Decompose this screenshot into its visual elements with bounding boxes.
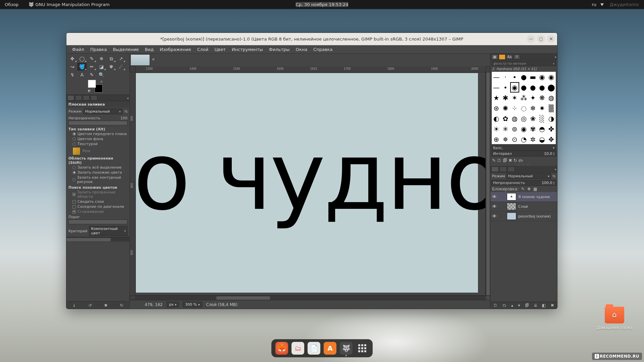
dock-software[interactable]: A	[324, 342, 336, 355]
zoom-tool[interactable]: 🔍	[97, 71, 106, 78]
new-group-icon[interactable]: 🗀	[502, 303, 506, 308]
keyboard-layout-indicator[interactable]: ru	[592, 2, 596, 7]
new-layer-icon[interactable]: 🗋	[493, 303, 497, 308]
radio-fill-similar[interactable]: Залить похожие цвета	[66, 170, 129, 175]
check-diagonal[interactable]: Соседние по диагонали	[66, 204, 129, 209]
delete-layer-icon[interactable]: ✖	[551, 303, 554, 308]
vertical-ruler[interactable]: 300400500	[130, 72, 136, 295]
layer-visibility-icon[interactable]: 👁	[492, 194, 497, 199]
system-menu-icon[interactable]	[600, 3, 604, 6]
menu-windows[interactable]: Окна	[293, 46, 311, 53]
crop-tool[interactable]: ⧉	[107, 55, 116, 62]
menu-edit[interactable]: Правка	[87, 46, 110, 53]
reset-colors-icon[interactable]: ◩	[88, 89, 91, 93]
menu-image[interactable]: Изображение	[157, 46, 194, 53]
radio-fill-fg[interactable]: Цветом переднего плана	[66, 131, 129, 136]
mode-select[interactable]: Нормальный	[84, 109, 122, 114]
lock-pixels-icon[interactable]: ✎	[521, 187, 525, 191]
layer-opacity-row[interactable]: Непрозрачность 100,0 ▴▾	[491, 180, 556, 186]
smudge-tool[interactable]: ☄	[116, 63, 125, 70]
fuzzy-select-tool[interactable]: ✵	[97, 55, 106, 62]
tab-brushes[interactable]: ▦	[491, 54, 498, 60]
canvas-hscrollbar[interactable]	[136, 295, 485, 300]
dup-layer-icon[interactable]: 🗐	[525, 303, 529, 308]
horizontal-ruler[interactable]: 130014001500160016251700180019002000	[136, 66, 485, 72]
tab-tool-options[interactable]	[67, 95, 74, 101]
menu-filters[interactable]: Фильтры	[266, 46, 293, 53]
refresh-brush-icon[interactable]: ↻	[514, 158, 517, 163]
layer-visibility-icon[interactable]: 👁	[492, 214, 497, 219]
dock-libreoffice[interactable]: 📄	[308, 342, 320, 355]
tab-history[interactable]: ⏱	[514, 54, 520, 60]
pattern-swatch[interactable]	[72, 147, 80, 155]
tab-fonts[interactable]: Aa	[506, 54, 513, 60]
lock-position-icon[interactable]: ✥	[527, 187, 531, 191]
tabstrip-menu-icon[interactable]: ◂	[127, 96, 128, 100]
fg-bg-colors[interactable]: ⤭ ◩	[88, 80, 103, 93]
tab-devices[interactable]	[75, 95, 82, 101]
open-brush-icon[interactable]: 🗁	[519, 158, 523, 163]
ellipse-select-tool[interactable]: ◯	[77, 55, 87, 62]
layer-visibility-icon[interactable]: 👁	[492, 204, 497, 209]
brush-filter-input[interactable]: фильтр по меткам	[491, 61, 556, 66]
clone-tool[interactable]: ✾	[107, 63, 116, 70]
radio-fill-whole[interactable]: Залить всё выделение	[66, 165, 129, 170]
fg-color-swatch[interactable]	[88, 80, 96, 88]
tab-patterns[interactable]	[499, 54, 505, 60]
del-brush-icon[interactable]: ✖	[508, 158, 512, 163]
mask-layer-icon[interactable]: ◧	[542, 303, 546, 308]
check-merged[interactable]: Сводить слои	[66, 199, 129, 204]
quick-nav-icon[interactable]: ◳	[485, 295, 490, 300]
activities-button[interactable]: Обзор	[5, 2, 18, 7]
dock-gimp[interactable]: 🐺	[340, 342, 353, 355]
layer-name[interactable]: pesoriboj (копия)	[518, 214, 551, 219]
menu-help[interactable]: Справка	[310, 46, 335, 53]
layer-row[interactable]: 👁 А Я помню чудное	[490, 192, 557, 202]
image-canvas[interactable]: о чудно	[136, 72, 485, 295]
lock-alpha-icon[interactable]: ▦	[533, 187, 537, 191]
window-titlebar[interactable]: *[pesoriboj (копия)] (перезаписано)-1.0 …	[66, 33, 557, 45]
radio-fill-lineart[interactable]: Залить как контурный рисунок	[66, 175, 129, 184]
layer-up-icon[interactable]: ▴	[511, 303, 513, 308]
menu-colors[interactable]: Цвет	[211, 46, 228, 53]
merge-layer-icon[interactable]: ⇊	[534, 303, 537, 308]
window-minimize-button[interactable]: ―	[527, 35, 535, 43]
layer-name[interactable]: Я помню чудное	[518, 195, 550, 199]
layer-row[interactable]: 👁 Слой	[490, 202, 557, 212]
menu-select[interactable]: Выделение	[110, 46, 142, 53]
move-tool[interactable]: ✥	[68, 55, 77, 62]
window-close-button[interactable]: ✕	[547, 35, 555, 43]
free-select-tool[interactable]: ✎	[87, 55, 96, 62]
toolopts-scrollbar[interactable]	[66, 237, 129, 242]
topbar-clock[interactable]: Ср, 30 ноября 19:53:24	[296, 2, 348, 7]
brush-preset-select[interactable]: Basic,	[491, 145, 556, 150]
radio-fill-pattern[interactable]: Текстурой	[66, 141, 129, 146]
edit-brush-icon[interactable]: ✎	[492, 158, 496, 163]
swap-colors-icon[interactable]: ⤭	[100, 80, 103, 83]
desktop-home-folder[interactable]: ⌂ Домашняя папка	[596, 307, 633, 330]
brush-spacing-row[interactable]: Интервал 10,0 ▴▾	[491, 151, 556, 157]
warp-tool[interactable]: ↝	[68, 63, 77, 70]
tab-layers[interactable]	[491, 167, 499, 172]
canvas-vscrollbar[interactable]	[485, 72, 490, 295]
criterion-select[interactable]: Композитный цвет	[89, 226, 127, 236]
radio-fill-bg[interactable]: Цветом фона	[66, 136, 129, 141]
layer-mode-menu-icon[interactable]: ⇆	[552, 174, 555, 178]
dock-show-apps[interactable]	[356, 342, 369, 355]
threshold-slider[interactable]	[68, 220, 127, 224]
mode-menu-icon[interactable]: ⇆	[124, 109, 127, 114]
tab-images[interactable]	[91, 95, 97, 101]
image-tab-close-icon[interactable]: ✕	[152, 57, 155, 62]
image-tab[interactable]: ✕	[130, 54, 150, 66]
menu-file[interactable]: Файл	[69, 46, 87, 53]
transform-tool[interactable]: ↗	[116, 55, 125, 62]
delete-preset-icon[interactable]: ✖	[104, 303, 107, 308]
new-brush-icon[interactable]: 🗋	[497, 158, 501, 163]
dup-brush-icon[interactable]: 🗐	[503, 158, 507, 163]
check-antialias[interactable]: ✕Сглаживание	[66, 209, 129, 214]
layer-row[interactable]: 👁 pesoriboj (копия)	[490, 212, 557, 221]
restore-preset-icon[interactable]: ↺	[88, 303, 92, 308]
paintbrush-tool[interactable]: ✏	[87, 63, 96, 70]
dock-files[interactable]: 🗂	[291, 342, 304, 355]
status-zoom-select[interactable]: 300 %	[183, 302, 202, 307]
